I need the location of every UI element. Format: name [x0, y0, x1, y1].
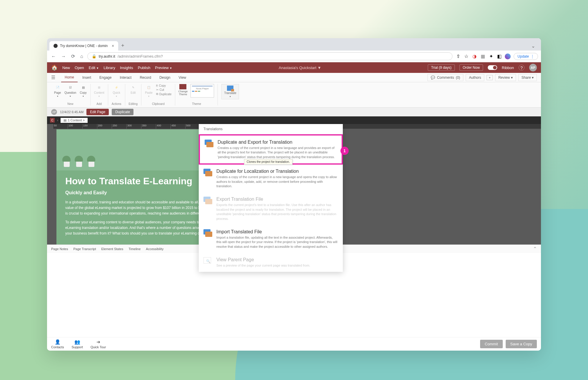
duplicate-icon: ⧉ [156, 92, 158, 96]
timestamp: 12/4/22 6:45 AM [60, 110, 83, 114]
copy-button[interactable]: ▤Copy▾ [80, 84, 86, 98]
authors-button[interactable]: Authors [466, 74, 484, 81]
edit-page-button[interactable]: Edit Page [86, 109, 109, 115]
tab-view[interactable]: View [175, 73, 190, 82]
copy-small-button[interactable]: ⎘Copy [156, 84, 172, 87]
translate-option-3[interactable]: Import Translated FileImport a translati… [199, 225, 343, 253]
window-chevron-icon[interactable]: ⌄ [528, 41, 539, 51]
reload-button[interactable]: ⟳ [70, 52, 76, 60]
review-dropdown[interactable]: Review ▾ [495, 74, 516, 81]
breadcrumb-bar: C › ▤1 Content > [47, 116, 541, 124]
duplicate-button[interactable]: Duplicate [112, 109, 133, 115]
translate-option-1[interactable]: Duplicate for Localization or Translatio… [199, 165, 343, 192]
breadcrumb-root-icon[interactable]: C [50, 118, 55, 123]
chevron-right-icon: › [57, 118, 58, 122]
ribbon-label: Ribbon [502, 66, 514, 70]
question-button[interactable]: ☑Question▾ [64, 84, 76, 98]
duplicate-small-button[interactable]: ⧉Duplicate [156, 92, 172, 96]
home-icon[interactable]: 🏠 [51, 64, 58, 71]
extension-icon[interactable]: ▦ [480, 54, 485, 59]
help-icon[interactable]: ? [519, 65, 524, 71]
page-button[interactable]: 📄Page▾ [54, 84, 61, 98]
new-tab-button[interactable]: + [118, 41, 127, 51]
top-open[interactable]: Open [75, 66, 84, 70]
tab-accessibility[interactable]: Accessibility [146, 246, 163, 252]
top-new[interactable]: New [62, 66, 70, 70]
callout-badge: 1 [340, 147, 349, 155]
mini-avatar-icon: AP [51, 109, 57, 115]
browser-tab[interactable]: Try dominKnow | ONE - domin × [49, 41, 118, 51]
tab-record[interactable]: Record [136, 73, 155, 82]
forward-button[interactable]: → [60, 53, 67, 60]
translate-button[interactable]: Translate▾ [221, 84, 239, 99]
top-publish[interactable]: Publish [138, 66, 151, 70]
home-button[interactable]: ⌂ [79, 53, 84, 60]
contacts-icon: 👤 [55, 339, 61, 345]
order-now-button[interactable]: Order Now [460, 64, 483, 71]
group-label: Clipboard [152, 101, 165, 106]
canvas[interactable]: 50100150200250300350400450500550600650 H… [47, 124, 541, 245]
add-author-button[interactable]: + [487, 75, 492, 80]
quick-button[interactable]: ⚡Quick▾ [113, 84, 120, 98]
question-icon: ☑ [67, 84, 74, 91]
user-avatar[interactable]: AP [529, 64, 537, 71]
close-tab-icon[interactable]: × [112, 43, 114, 48]
tab-page-notes[interactable]: Page Notes [51, 246, 68, 252]
folder-icon [203, 229, 212, 237]
commit-button[interactable]: Commit [480, 340, 503, 348]
tab-insert[interactable]: Insert [79, 73, 95, 82]
profile-icon[interactable] [505, 53, 511, 59]
top-edit[interactable]: Edit▼ [89, 66, 99, 70]
change-theme-button[interactable]: Change Theme [179, 84, 187, 96]
star-icon[interactable]: ☆ [464, 54, 469, 59]
project-name-dropdown[interactable]: Anastasia's Quickstart ▼ [177, 66, 423, 70]
content-icon: ⊞ [96, 84, 102, 91]
change-theme-icon [179, 84, 186, 89]
comments-button[interactable]: 💬Comments (0) [427, 74, 463, 81]
tab-page-transcript[interactable]: Page Transcript [73, 246, 96, 252]
group-label [230, 101, 231, 106]
ribbon-tabs: ☰ Home Insert Engage Interact Record Des… [47, 73, 541, 82]
app-topbar: 🏠 New Open Edit▼ Library Insights Publis… [47, 62, 541, 73]
theme-preview[interactable]: Nova Player [191, 84, 214, 98]
save-copy-button[interactable]: Save a Copy [506, 340, 537, 348]
tour-icon: ➜ [96, 339, 100, 345]
menu-icon[interactable]: ☰ [51, 75, 55, 80]
translate-dropdown-panel: Translations Duplicate and Export for Tr… [199, 124, 343, 272]
quick-icon: ⚡ [113, 84, 120, 91]
tooltip: Clones the project for translation. [244, 159, 293, 165]
content-button[interactable]: ⊞Content▾ [94, 84, 104, 98]
contacts-button[interactable]: 👤Contacts [51, 339, 64, 349]
cut-small-button[interactable]: ✂Cut [156, 88, 172, 91]
translate-option-0[interactable]: Duplicate and Export for TranslationCrea… [199, 134, 343, 165]
tab-title: Try dominKnow | ONE - domin [60, 44, 108, 48]
top-insights[interactable]: Insights [120, 66, 133, 70]
tab-engage[interactable]: Engage [96, 73, 115, 82]
breadcrumb-chip[interactable]: ▤1 Content > [61, 118, 88, 123]
paste-button[interactable]: 📋Paste▾ [145, 84, 153, 98]
extension-icon[interactable]: ◧ [497, 54, 502, 59]
tab-design[interactable]: Design [156, 73, 174, 82]
ribbon-toggle[interactable] [488, 65, 497, 70]
extensions-icon[interactable]: ✦ [488, 54, 494, 59]
tab-home[interactable]: Home [61, 73, 78, 82]
top-preview[interactable]: Preview▼ [155, 66, 172, 70]
quick-tour-button[interactable]: ➜Quick Tour [91, 339, 106, 349]
option-title: Duplicate for Localization or Translatio… [216, 169, 338, 174]
expand-panel-icon[interactable]: ⌃ [533, 246, 537, 252]
support-button[interactable]: 👥Support [71, 339, 83, 349]
tab-element-states[interactable]: Element States [101, 246, 123, 252]
url-input[interactable]: 🔒 try.authr.it/admin/adminFrames.cfm? [87, 52, 453, 60]
back-button[interactable]: ← [50, 53, 57, 60]
extension-icon[interactable]: ◑ [472, 54, 477, 59]
share-icon[interactable]: ⇧ [455, 54, 461, 59]
tab-interact[interactable]: Interact [116, 73, 135, 82]
top-library[interactable]: Library [103, 66, 115, 70]
tab-timeline[interactable]: Timeline [128, 246, 141, 252]
update-button[interactable]: Update⋮ [514, 53, 538, 60]
footer-bar: 👤Contacts 👥Support ➜Quick Tour Commit Sa… [47, 337, 541, 351]
copy-icon: ▤ [80, 84, 86, 91]
share-dropdown[interactable]: Share ▾ [518, 74, 537, 81]
edit-button[interactable]: ✎Edit [130, 84, 136, 94]
translate-option-4: View Parent PageSee a preview of the pag… [199, 253, 343, 272]
